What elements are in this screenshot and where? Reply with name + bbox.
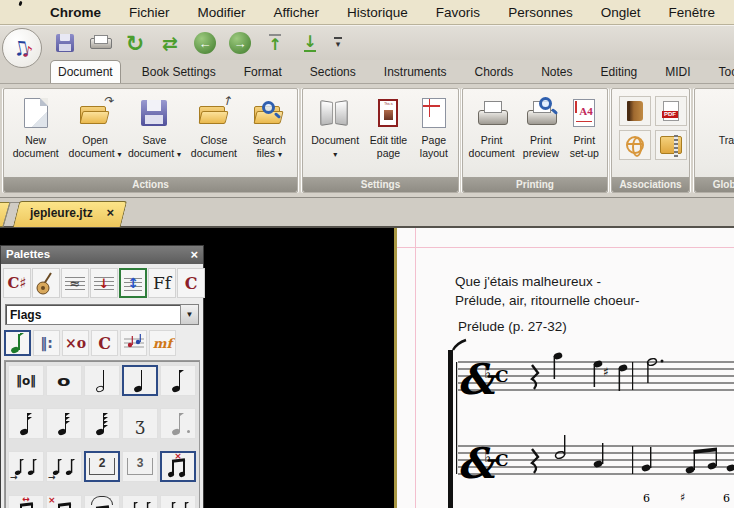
web-export-button[interactable]	[619, 130, 651, 160]
book-association-button[interactable]	[619, 96, 651, 126]
menu-chrome[interactable]: Chrome	[36, 0, 115, 25]
thirty-second-note-button[interactable]	[46, 408, 82, 439]
whole-note-button[interactable]: o	[46, 365, 82, 396]
reformat-button[interactable]: ↻	[122, 29, 148, 57]
sixty-fourth-note-button[interactable]	[84, 408, 120, 439]
tab-tools[interactable]: Tools	[712, 61, 734, 83]
tab-format[interactable]: Format	[237, 61, 289, 83]
extra-clef-palette-button[interactable]: C	[177, 268, 205, 298]
palettes-close-icon[interactable]: ×	[190, 247, 198, 262]
remove-beam-button[interactable]: ×	[160, 451, 196, 482]
score-staves[interactable]: & & ♭ ♭ C C ♯	[440, 336, 734, 508]
open-document-button[interactable]: ↷ Open document ▾	[66, 93, 124, 160]
import-button[interactable]: ↑	[262, 29, 288, 57]
note-spacing-palette-button[interactable]: ↕	[119, 268, 147, 298]
save-document-button[interactable]: Save document ▾	[125, 93, 183, 160]
transpose-all-button[interactable]: ↶ Transpose all	[705, 93, 734, 147]
tab-chords[interactable]: Chords	[468, 61, 521, 83]
search-files-button[interactable]: Search files ▾	[244, 93, 294, 160]
close-document-button[interactable]: ↑ Close document	[185, 93, 243, 160]
menu-aide[interactable]: Aide	[729, 0, 734, 25]
tab-instruments[interactable]: Instruments	[377, 61, 454, 83]
split-beam-button[interactable]: →	[122, 495, 158, 508]
treble-clef-1: &	[457, 355, 499, 404]
flags-palette-grid: ‖o‖ o ʒ → →	[4, 360, 200, 508]
brown-book-icon	[627, 101, 643, 121]
forward-button[interactable]: →	[227, 29, 253, 57]
breve-button[interactable]: ‖o‖	[8, 365, 44, 396]
forward-arrow-icon: →	[229, 32, 251, 54]
link-flag-prev-button[interactable]: →	[46, 451, 82, 482]
tab-book-settings[interactable]: Book Settings	[135, 61, 223, 83]
print-button[interactable]	[87, 29, 113, 57]
menu-personnes[interactable]: Personnes	[494, 0, 587, 25]
app-logo[interactable]: ♫ ♪	[2, 28, 42, 68]
ornaments-palette-button[interactable]: ≈	[61, 268, 89, 298]
tab-notes[interactable]: Notes	[534, 61, 579, 83]
back-button[interactable]: ←	[192, 29, 218, 57]
dropdown-arrow-icon[interactable]: ▼	[180, 305, 198, 324]
arc-beam-button[interactable]	[84, 495, 120, 508]
clefs-subpalette-button[interactable]: C	[91, 330, 118, 356]
key-signature-palette-button[interactable]: C♯	[3, 268, 31, 298]
guitar-palette-button[interactable]	[32, 268, 60, 298]
print-document-button[interactable]: Print document	[465, 93, 518, 160]
document-tab-bar: jepleure.jtz ×	[0, 197, 734, 228]
noteheads-subpalette-button[interactable]: ×o	[62, 330, 89, 356]
dynamics-subpalette-button[interactable]: mf	[149, 330, 176, 356]
insert-staff-palette-button[interactable]: ↓	[90, 268, 118, 298]
menu-onglet[interactable]: Onglet	[587, 0, 655, 25]
eighth-rest-button[interactable]: ʒ	[122, 408, 158, 439]
group-printing: Print document Print preview A4 Print se…	[462, 88, 608, 193]
print-setup-button[interactable]: A4 Print set-up	[564, 93, 605, 160]
open-folder-icon: ↷	[80, 102, 110, 124]
fonts-palette-button[interactable]: Ff	[148, 268, 176, 298]
triplet-button[interactable]: 3	[122, 451, 158, 482]
upload-arrow-icon: ↑	[268, 34, 281, 53]
save-button[interactable]	[52, 29, 78, 57]
menu-modifier[interactable]: Modifier	[184, 0, 260, 25]
note-colors-subpalette-button[interactable]	[120, 330, 147, 356]
document-settings-button[interactable]: Document▾	[305, 93, 365, 160]
palette-selector-value: Flags	[6, 308, 180, 322]
quarter-note-button[interactable]	[122, 365, 158, 396]
edit-title-page-button[interactable]: This is Edit title page	[365, 93, 411, 160]
archive-export-button[interactable]	[655, 130, 687, 160]
menu-fichier[interactable]: Fichier	[115, 0, 184, 25]
palettes-title-bar[interactable]: Palettes ×	[1, 246, 203, 264]
half-note-button[interactable]	[84, 365, 120, 396]
document-tab-jepleure[interactable]: jepleure.jtz ×	[16, 201, 124, 227]
link-flag-next-button[interactable]: →	[8, 451, 44, 482]
score-page[interactable]: Que j'étais malheureux - Prélude, air, r…	[397, 228, 734, 508]
new-document-button[interactable]: New document	[7, 93, 65, 160]
menu-fenetre[interactable]: Fenêtre	[654, 0, 729, 25]
menu-historique[interactable]: Historique	[333, 0, 422, 25]
toolbar-options-button[interactable]: ▾	[334, 37, 342, 49]
pdf-export-button[interactable]: PDF	[655, 96, 687, 126]
sixteenth-note-button[interactable]	[8, 408, 44, 439]
barlines-subpalette-button[interactable]: ‖:	[33, 330, 60, 356]
dotted-note-button[interactable]	[160, 408, 196, 439]
join-beam-button[interactable]: +	[160, 495, 196, 508]
stretch-beam-button[interactable]: ↔	[8, 495, 44, 508]
apply-changes-button[interactable]: ⇄	[157, 29, 183, 57]
menu-afficher[interactable]: Afficher	[260, 0, 334, 25]
duplet-button[interactable]: 2	[84, 451, 120, 482]
eighth-note-button[interactable]	[160, 365, 196, 396]
tab-editing[interactable]: Editing	[594, 61, 645, 83]
delete-beam-button[interactable]: ×	[46, 495, 82, 508]
tab-document[interactable]: Document	[50, 60, 121, 83]
palette-selector-dropdown[interactable]: Flags ▼	[5, 304, 199, 325]
flags-subpalette-button[interactable]	[4, 330, 31, 356]
page-layout-button[interactable]: Page layout	[412, 93, 456, 160]
zip-folder-icon	[660, 136, 682, 154]
svg-text:6: 6	[643, 492, 650, 505]
export-button[interactable]: ↓	[297, 29, 323, 57]
tab-midi[interactable]: MIDI	[658, 61, 697, 83]
group-label-settings: Settings	[303, 177, 458, 192]
svg-text:♭: ♭	[484, 448, 491, 466]
tab-close-icon[interactable]: ×	[106, 205, 114, 220]
tab-sections[interactable]: Sections	[303, 61, 363, 83]
menu-favoris[interactable]: Favoris	[422, 0, 494, 25]
print-preview-button[interactable]: Print preview	[518, 93, 563, 160]
